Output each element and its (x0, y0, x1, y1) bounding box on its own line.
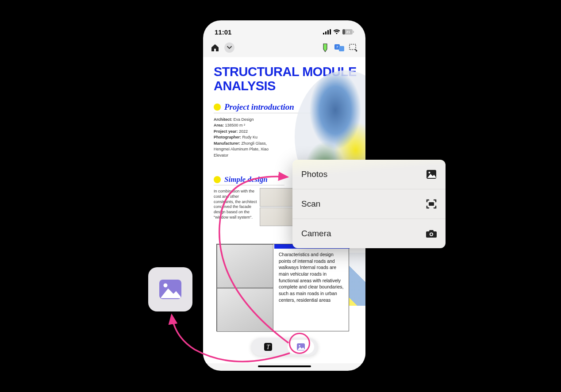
marker-icon[interactable] (320, 43, 330, 53)
text-tool-button[interactable]: T (255, 340, 281, 354)
section-title: Simple design (224, 175, 268, 184)
status-bar: 11:01 21 (203, 20, 365, 40)
svg-point-20 (430, 233, 433, 235)
popup-label: Photos (301, 169, 327, 179)
app-toolbar: T (203, 40, 365, 57)
section-body: In combination with the cost and other c… (214, 189, 257, 220)
status-icons: 21 (323, 29, 354, 35)
image-icon (158, 279, 182, 300)
lower-body: Characteristics and design points of int… (274, 249, 350, 306)
popup-item-camera[interactable]: Camera (292, 219, 446, 248)
wifi-icon (333, 29, 340, 35)
svg-rect-9 (339, 46, 344, 51)
translate-icon[interactable]: T (334, 43, 344, 53)
image-tool-button[interactable] (288, 340, 314, 354)
camera-icon (426, 229, 437, 238)
battery-icon: 21 (342, 29, 354, 35)
meta-value: 2022 (239, 129, 248, 134)
popup-label: Scan (301, 199, 320, 209)
meta-label: Project year: (214, 129, 238, 134)
popup-item-scan[interactable]: Scan (292, 189, 446, 219)
svg-rect-1 (325, 31, 327, 35)
meta-value: 138500 m ² (225, 123, 246, 127)
panel-image (217, 244, 273, 288)
image-source-popup: Photos Scan Camera (292, 160, 446, 248)
home-icon[interactable] (210, 43, 220, 53)
popup-item-photos[interactable]: Photos (292, 160, 446, 189)
svg-rect-3 (330, 29, 331, 35)
svg-rect-18 (429, 202, 434, 206)
bottom-tool-pill: T (251, 338, 318, 356)
svg-rect-5 (342, 29, 345, 35)
lasso-icon[interactable] (349, 43, 358, 53)
status-time: 11:01 (215, 28, 231, 36)
section-header-intro: Project introduction (214, 102, 311, 113)
panel-image (217, 288, 273, 332)
cellular-icon (323, 29, 331, 35)
svg-text:21: 21 (346, 30, 350, 34)
bullet-dot (214, 104, 221, 111)
lower-panel: Characteristics and design points of int… (216, 244, 349, 331)
svg-rect-11 (350, 44, 356, 50)
meta-label: Photographer: (214, 135, 241, 139)
callout-image-icon (148, 267, 192, 311)
svg-point-17 (429, 172, 430, 173)
meta-label: Manufacturer: (214, 141, 240, 146)
svg-rect-2 (327, 30, 329, 35)
meta-value: Eva Design (234, 117, 254, 122)
photo-icon (426, 169, 437, 179)
section-header-simple: Simple design (214, 175, 284, 185)
home-indicator[interactable] (258, 365, 311, 367)
svg-rect-0 (323, 33, 324, 35)
lower-text-col: Characteristics and design points of int… (274, 244, 350, 332)
section-title: Project introduction (224, 102, 294, 112)
meta-label: Architect: (214, 117, 232, 122)
svg-point-22 (164, 284, 168, 288)
svg-text:T: T (266, 344, 270, 350)
scan-icon (426, 199, 437, 209)
chevron-down-icon[interactable] (224, 42, 234, 53)
meta-value: Rudy Ku (242, 135, 258, 139)
meta-label: Area: (214, 123, 224, 127)
bullet-dot (214, 176, 221, 183)
lower-images (217, 244, 273, 332)
svg-rect-6 (353, 31, 354, 33)
svg-point-15 (299, 345, 300, 346)
popup-label: Camera (301, 229, 331, 238)
